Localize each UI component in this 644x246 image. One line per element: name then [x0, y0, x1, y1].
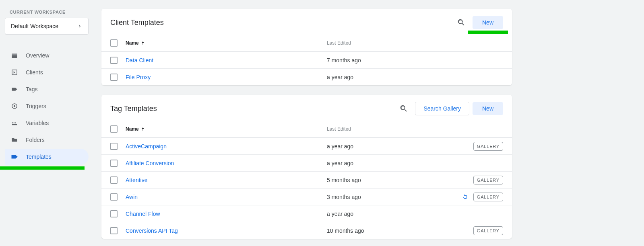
client-templates-panel: Client Templates New Name Last Edited — [101, 9, 512, 85]
table-row: Attentive5 months agoGALLERY — [101, 171, 512, 188]
row-checkbox[interactable] — [110, 176, 118, 184]
sidebar-item-label: Folders — [26, 137, 45, 143]
panel-header: Tag Templates Search Gallery New — [101, 95, 512, 121]
select-all-checkbox[interactable] — [110, 125, 118, 133]
panel-header: Client Templates New — [101, 9, 512, 35]
svg-point-1 — [14, 105, 16, 107]
sidebar-item-label: Overview — [26, 52, 49, 59]
template-link[interactable]: File Proxy — [126, 74, 151, 80]
gallery-badge: GALLERY — [473, 226, 503, 235]
gallery-badge: GALLERY — [473, 142, 503, 151]
table-row: Affiliate Conversiona year ago — [101, 154, 512, 171]
sidebar-item-folders[interactable]: Folders — [5, 132, 89, 148]
table-row: Conversions API Tag10 months agoGALLERY — [101, 222, 512, 239]
row-checkbox[interactable] — [110, 143, 118, 150]
template-link[interactable]: ActiveCampaign — [126, 143, 167, 150]
table-header: Name Last Edited — [101, 121, 512, 137]
main-content: Client Templates New Name Last Edited — [93, 4, 512, 246]
sidebar-item-templates[interactable]: Templates — [5, 149, 89, 165]
sort-asc-icon — [140, 41, 145, 45]
sidebar-item-label: Templates — [26, 154, 52, 160]
clients-icon — [10, 68, 19, 76]
last-edited: a year ago — [327, 160, 440, 166]
column-header-last-edited[interactable]: Last Edited — [327, 40, 440, 46]
chevron-right-icon — [77, 23, 83, 29]
template-link[interactable]: Data Client — [126, 57, 153, 64]
template-link[interactable]: Attentive — [126, 177, 147, 183]
overview-icon — [10, 51, 19, 59]
row-checkbox[interactable] — [110, 74, 118, 81]
tags-icon — [10, 85, 19, 93]
new-client-template-button[interactable]: New — [473, 16, 503, 29]
row-checkbox[interactable] — [110, 57, 118, 64]
template-link[interactable]: Awin — [126, 194, 138, 200]
row-checkbox[interactable] — [110, 160, 118, 167]
panel-title: Client Templates — [110, 18, 453, 27]
sidebar-item-label: Triggers — [26, 103, 46, 109]
row-checkbox[interactable] — [110, 193, 118, 201]
table-row: Data Client7 months ago — [101, 51, 512, 68]
search-icon — [457, 18, 466, 27]
sidebar-item-label: Clients — [26, 69, 43, 76]
last-edited: a year ago — [327, 211, 440, 217]
sidebar-item-tags[interactable]: Tags — [5, 81, 89, 97]
sidebar: CURRENT WORKSPACE Default Workspace Over… — [0, 4, 93, 246]
sidebar-item-triggers[interactable]: Triggers — [5, 98, 89, 114]
select-all-checkbox[interactable] — [110, 39, 118, 47]
gallery-badge: GALLERY — [473, 193, 503, 201]
tag-templates-panel: Tag Templates Search Gallery New Name — [101, 95, 512, 239]
column-header-last-edited[interactable]: Last Edited — [327, 126, 440, 132]
template-link[interactable]: Channel Flow — [126, 211, 160, 217]
column-header-name[interactable]: Name — [126, 40, 327, 46]
highlight-annotation — [468, 31, 508, 34]
templates-icon — [10, 153, 19, 161]
table-row: ActiveCampaigna year agoGALLERY — [101, 137, 512, 154]
last-edited: 3 months ago — [327, 194, 440, 200]
workspace-selector[interactable]: Default Workspace — [5, 18, 89, 35]
sidebar-item-overview[interactable]: Overview — [5, 47, 89, 64]
sidebar-item-label: Tags — [26, 86, 38, 92]
update-available-icon[interactable] — [461, 193, 469, 201]
last-edited: 5 months ago — [327, 177, 440, 183]
column-header-name[interactable]: Name — [126, 126, 327, 132]
template-link[interactable]: Affiliate Conversion — [126, 160, 174, 166]
search-button[interactable] — [396, 100, 412, 117]
workspace-section-label: CURRENT WORKSPACE — [5, 8, 89, 18]
table-row: Channel Flowa year ago — [101, 205, 512, 222]
search-gallery-button[interactable]: Search Gallery — [415, 102, 469, 115]
last-edited: a year ago — [327, 74, 440, 80]
sidebar-item-label: Variables — [26, 120, 49, 126]
table-header: Name Last Edited — [101, 35, 512, 51]
panel-title: Tag Templates — [110, 105, 396, 113]
last-edited: a year ago — [327, 143, 440, 150]
triggers-icon — [10, 102, 19, 110]
table-row: Awin3 months agoGALLERY — [101, 188, 512, 205]
last-edited: 7 months ago — [327, 57, 440, 64]
sidebar-item-variables[interactable]: Variables — [5, 115, 89, 131]
sidebar-nav: Overview Clients Tags Triggers — [5, 47, 89, 165]
folders-icon — [10, 136, 19, 144]
variables-icon — [10, 119, 19, 127]
sidebar-item-clients[interactable]: Clients — [5, 64, 89, 80]
gallery-badge: GALLERY — [473, 176, 503, 184]
new-tag-template-button[interactable]: New — [473, 102, 503, 115]
sort-asc-icon — [140, 127, 145, 131]
workspace-name: Default Workspace — [11, 23, 58, 29]
search-button[interactable] — [453, 14, 469, 31]
row-checkbox[interactable] — [110, 210, 118, 217]
last-edited: 10 months ago — [327, 228, 440, 234]
search-icon — [399, 104, 408, 113]
template-link[interactable]: Conversions API Tag — [126, 228, 178, 234]
highlight-annotation — [0, 166, 85, 170]
table-row: File Proxya year ago — [101, 68, 512, 85]
row-checkbox[interactable] — [110, 227, 118, 234]
